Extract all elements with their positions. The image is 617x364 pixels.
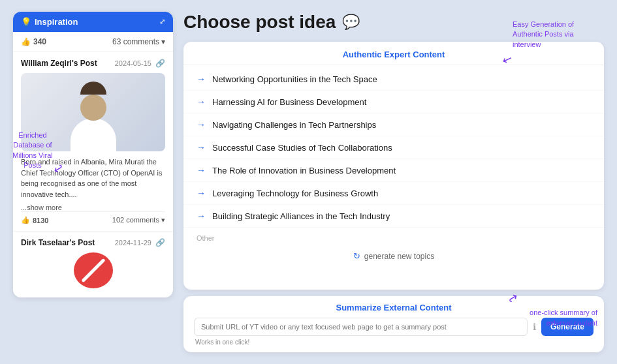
- post1-date: 2024-05-15: [115, 59, 151, 67]
- arrow-icon-5: →: [197, 165, 206, 175]
- generate-button[interactable]: Generate: [541, 318, 593, 336]
- inspiration-header: 💡 Inspiration ⤢: [13, 12, 173, 32]
- expand-icon[interactable]: ⤢: [159, 18, 165, 26]
- generate-new-row[interactable]: ↻ generate new topics: [183, 246, 604, 266]
- arrow-icon-2: →: [197, 97, 206, 107]
- topic-list: → Networking Opportunities in the Tech S…: [183, 65, 604, 230]
- post1-image: [21, 73, 165, 151]
- person-silhouette: [67, 76, 119, 148]
- chevron-down-icon-2: ▾: [161, 216, 165, 224]
- page-title: Choose post idea: [183, 12, 336, 33]
- topics-area: Authentic Expert Content → Networking Op…: [183, 42, 604, 290]
- page-title-row: Choose post idea 💬: [183, 12, 604, 33]
- topic-label-2: Harnessing AI for Business Development: [212, 97, 366, 107]
- topic-label-1: Networking Opportunities in the Tech Spa…: [212, 74, 377, 84]
- post1-comments-link[interactable]: 102 comments ▾: [112, 216, 165, 224]
- topic-label-5: The Role of Innovation in Business Devel…: [212, 166, 396, 175]
- authentic-content-title: Authentic Expert Content: [183, 42, 604, 65]
- arrow-icon-1: →: [197, 74, 206, 84]
- topic-label-3: Navigating Challenges in Tech Partnershi…: [212, 120, 376, 130]
- post1-link-icon[interactable]: 🔗: [155, 59, 165, 68]
- generate-new-label: generate new topics: [364, 252, 434, 261]
- thumbs-up-icon: 👍: [21, 37, 31, 46]
- post2-card: Dirk Taselaar's Post 2024-11-29 🔗: [13, 231, 173, 297]
- likes-number: 340: [33, 37, 46, 46]
- summarize-section: Summarize External Content ℹ Generate Wo…: [183, 296, 604, 352]
- topic-label-6: Leveraging Technology for Business Growt…: [212, 189, 378, 198]
- post1-author: William Zeqiri's Post: [21, 59, 97, 68]
- inspiration-card: 💡 Inspiration ⤢ 👍 340 63 comments ▾: [13, 12, 173, 297]
- left-panel: 💡 Inspiration ⤢ 👍 340 63 comments ▾: [13, 12, 173, 352]
- topic-item-5[interactable]: → The Role of Innovation in Business Dev…: [183, 159, 604, 182]
- post2-header: Dirk Taselaar's Post 2024-11-29 🔗: [21, 238, 165, 247]
- arrow-icon-6: →: [197, 188, 206, 198]
- topic-label-4: Successful Case Studies of Tech Collabor…: [212, 143, 392, 153]
- summarize-input[interactable]: [194, 318, 528, 336]
- post1-meta: 2024-05-15 🔗: [115, 59, 165, 68]
- topic-item-6[interactable]: → Leveraging Technology for Business Gro…: [183, 182, 604, 205]
- right-panel: Choose post idea 💬 Authentic Expert Cont…: [183, 12, 604, 352]
- other-label: Other: [183, 230, 604, 246]
- post1-card: William Zeqiri's Post 2024-05-15 🔗: [13, 52, 173, 231]
- summarize-input-row: ℹ Generate: [194, 318, 593, 336]
- chevron-down-icon: ▾: [161, 37, 165, 46]
- topic-item-3[interactable]: → Navigating Challenges in Tech Partners…: [183, 114, 604, 136]
- summarize-title: Summarize External Content: [194, 303, 593, 312]
- likes-row: 👍 340 63 comments ▾: [13, 32, 173, 52]
- post2-date: 2024-11-29: [115, 239, 151, 247]
- post2-link-icon[interactable]: 🔗: [155, 238, 165, 247]
- inspiration-label: Inspiration: [35, 17, 78, 27]
- refresh-icon: ↻: [353, 251, 360, 261]
- post1-comments2: 102 comments: [112, 216, 159, 224]
- topic-item-7[interactable]: → Building Strategic Alliances in the Te…: [183, 205, 604, 228]
- post1-likes2: 8130: [33, 217, 48, 224]
- post1-description: Born and raised in Albania, Mira Murati …: [21, 157, 165, 200]
- comments-text: 63 comments: [112, 37, 159, 46]
- works-text: Works in one click!: [194, 339, 593, 346]
- topic-item-1[interactable]: → Networking Opportunities in the Tech S…: [183, 68, 604, 91]
- topic-item-2[interactable]: → Harnessing AI for Business Development: [183, 91, 604, 114]
- no-sign-bar: [81, 258, 105, 282]
- like-count: 👍 340: [21, 37, 46, 46]
- topic-item-4[interactable]: → Successful Case Studies of Tech Collab…: [183, 136, 604, 159]
- topic-label-7: Building Strategic Alliances in the Tech…: [212, 211, 390, 221]
- arrow-icon-7: →: [197, 211, 206, 221]
- post1-footer: 👍 8130 102 comments ▾: [21, 211, 165, 224]
- person-body: [71, 118, 116, 151]
- post1-like-count: 👍 8130: [21, 216, 48, 224]
- post2-author: Dirk Taselaar's Post: [21, 238, 95, 247]
- post2-meta: 2024-11-29 🔗: [115, 238, 165, 247]
- inspiration-header-left: 💡 Inspiration: [21, 17, 78, 27]
- arrow-icon-3: →: [197, 119, 206, 130]
- info-icon[interactable]: ℹ: [533, 322, 536, 332]
- post1-header: William Zeqiri's Post 2024-05-15 🔗: [21, 59, 165, 68]
- person-hair: [80, 82, 106, 95]
- person-head: [80, 95, 106, 121]
- arrow-icon-4: →: [197, 142, 206, 153]
- chat-icon: 💬: [342, 14, 360, 31]
- show-more-link[interactable]: ...show more: [21, 204, 165, 211]
- bulb-icon: 💡: [21, 17, 31, 27]
- post2-image: [74, 252, 113, 288]
- comments-link[interactable]: 63 comments ▾: [112, 37, 165, 46]
- thumbs-up-icon-2: 👍: [21, 216, 30, 224]
